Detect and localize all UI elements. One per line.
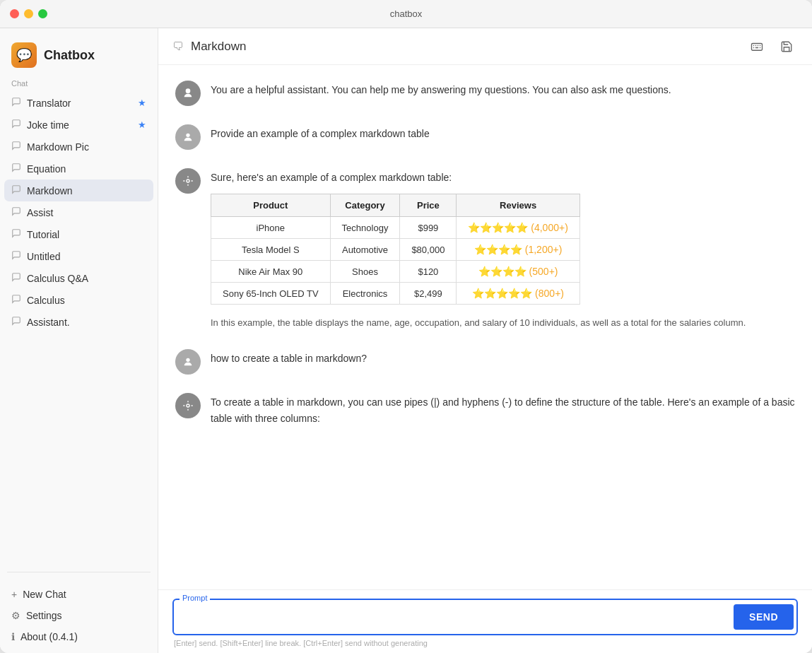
markdown-table: ProductCategoryPriceReviewsiPhoneTechnol… [211,194,580,305]
chat-section-label: Chat [0,76,158,92]
send-button[interactable]: SEND [734,604,794,630]
star-icon: ★ [138,119,146,130]
message-text: Provide an example of a complex markdown… [211,126,795,141]
sidebar-item-label: Calculus Q&A [27,273,146,284]
svg-point-10 [186,358,189,362]
message-text: To create a table in markdown, you can u… [211,394,795,426]
footer-label: New Chat [23,589,66,600]
sidebar: 💬 Chatbox Chat Translator ★ Joke time ★ [0,28,158,653]
sidebar-item-markdown-pic[interactable]: Markdown Pic [4,136,153,158]
chat-icon [11,184,21,196]
chat-icon [11,316,21,328]
message-text: You are a helpful assistant. You can hel… [211,82,795,98]
footer-icon: ⚙ [11,610,20,621]
sidebar-item-label: Joke time [27,119,132,131]
message-content: Sure, here's an example of a complex mar… [211,167,795,331]
window-title: chatbox [390,8,423,19]
chat-icon [11,294,21,306]
sidebar-item-translator[interactable]: Translator ★ [4,92,153,114]
titlebar: chatbox [0,0,812,28]
sidebar-header: 💬 Chatbox [0,28,158,76]
star-icon: ★ [138,98,146,108]
sidebar-item-calculus-qa[interactable]: Calculus Q&A [4,267,153,289]
sidebar-footer: + New Chat ⚙ Settings ℹ About (0.4.1) [0,578,158,653]
message-1: Provide an example of a complex markdown… [175,123,795,150]
avatar [175,124,201,150]
sidebar-item-calculus[interactable]: Calculus [4,289,153,311]
sidebar-item-label: Calculus [27,295,146,306]
footer-item-about-041[interactable]: ℹ About (0.4.1) [4,626,153,647]
content-area: 🗨 Markdown [158,28,812,653]
sidebar-item-tutorial[interactable]: Tutorial [4,223,153,245]
prompt-area: Prompt SEND [Enter] send. [Shift+Enter] … [158,589,812,653]
message-4: To create a table in markdown, you can u… [175,392,795,426]
sidebar-item-joke-time[interactable]: Joke time ★ [4,114,153,136]
chat-list: Translator ★ Joke time ★ Markdown Pic Eq… [0,92,158,566]
chat-icon [11,250,21,262]
svg-point-11 [187,404,189,407]
app-icon: 💬 [11,42,37,68]
chat-icon [11,272,21,284]
sidebar-item-label: Markdown [27,185,146,196]
footer-label: About (0.4.1) [20,631,78,642]
footer-item-settings[interactable]: ⚙ Settings [4,605,153,626]
sidebar-item-label: Assistant. [27,317,146,328]
chat-icon [11,141,21,153]
message-content: To create a table in markdown, you can u… [211,392,795,426]
keyboard-button[interactable] [746,35,768,58]
messages-area: You are a helpful assistant. You can hel… [158,65,812,589]
avatar [175,168,201,194]
sidebar-item-label: Assist [27,207,146,218]
chat-icon [11,119,21,131]
prompt-input[interactable] [180,601,731,633]
message-2: Sure, here's an example of a complex mar… [175,167,795,331]
close-button[interactable] [10,9,19,18]
svg-point-8 [186,134,189,137]
app-name: Chatbox [44,48,95,63]
sidebar-item-untitled[interactable]: Untitled [4,245,153,267]
svg-point-9 [187,180,189,182]
sidebar-item-assist[interactable]: Assist [4,201,153,223]
minimize-button[interactable] [24,9,33,18]
prompt-wrapper: Prompt SEND [172,599,798,635]
footer-item-new-chat[interactable]: + New Chat [4,584,153,605]
sidebar-item-label: Tutorial [27,229,146,240]
sidebar-item-markdown[interactable]: Markdown [4,180,153,201]
header-chat-icon: 🗨 [172,40,184,53]
header-title: Markdown [191,40,246,54]
chat-icon [11,206,21,218]
avatar [175,81,201,106]
message-intro: Sure, here's an example of a complex mar… [211,170,795,185]
chat-icon [11,228,21,240]
footer-icon: + [11,589,17,600]
sidebar-item-assistant[interactable]: Assistant. [4,311,153,333]
message-3: how to create a table in markdown? [175,348,795,375]
content-header: 🗨 Markdown [158,28,812,65]
message-content: how to create a table in markdown? [211,348,795,375]
message-footnote: In this example, the table displays the … [211,316,795,331]
message-content: You are a helpful assistant. You can hel… [211,79,795,106]
sidebar-item-label: Markdown Pic [27,141,146,153]
avatar [175,393,201,418]
sidebar-divider [7,572,151,572]
message-0: You are a helpful assistant. You can hel… [175,79,795,106]
window-controls [10,9,47,18]
save-button[interactable] [775,35,798,58]
sidebar-item-label: Equation [27,163,146,175]
chat-icon [11,163,21,175]
footer-icon: ℹ [11,631,15,642]
chat-icon [11,97,21,109]
message-content: Provide an example of a complex markdown… [211,123,795,150]
message-text: how to create a table in markdown? [211,351,795,366]
sidebar-item-label: Untitled [27,251,146,262]
footer-label: Settings [26,610,62,621]
sidebar-item-label: Translator [27,98,132,109]
sidebar-item-equation[interactable]: Equation [4,158,153,180]
prompt-label: Prompt [180,594,210,602]
svg-rect-0 [752,43,763,50]
maximize-button[interactable] [38,9,47,18]
avatar [175,349,201,375]
prompt-hint: [Enter] send. [Shift+Enter] line break. … [172,639,798,647]
